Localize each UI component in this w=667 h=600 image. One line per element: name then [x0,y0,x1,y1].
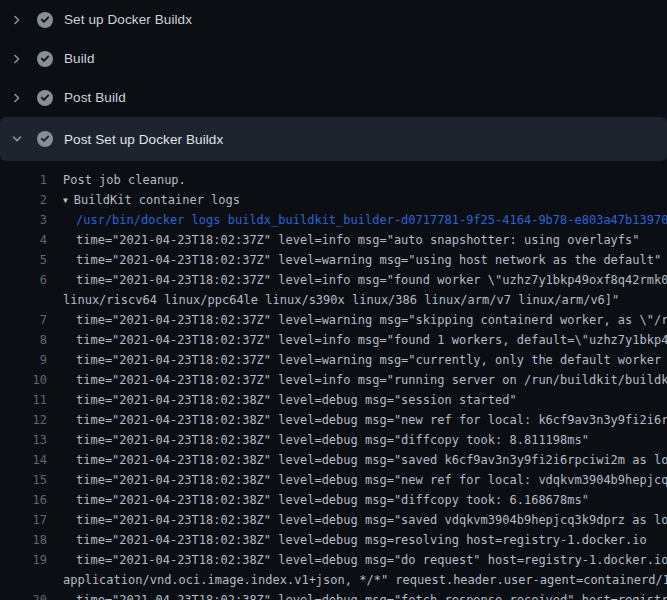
log-line: 17 time="2021-04-23T18:02:38Z" level=deb… [0,510,667,530]
line-number[interactable]: 8 [0,330,47,350]
line-number[interactable]: 15 [0,470,47,490]
log-area: 1 Post job cleanup. 2 ▼BuildKit containe… [0,161,667,600]
line-number[interactable]: 20 [0,590,47,600]
triangle-down-icon[interactable]: ▼ [63,191,68,210]
line-number[interactable]: 3 [0,210,47,230]
line-number[interactable]: 2 [0,190,47,210]
actions-log-viewer: Set up Docker Buildx Build Post Build Po… [0,0,667,600]
line-number[interactable]: 13 [0,430,47,450]
log-text: /usr/bin/docker logs buildx_buildkit_bui… [76,210,667,230]
log-line: 5 time="2021-04-23T18:02:37Z" level=warn… [0,250,667,270]
log-line: 14 time="2021-04-23T18:02:38Z" level=deb… [0,450,667,470]
line-number[interactable]: 6 [0,270,47,290]
line-number[interactable]: 4 [0,230,47,250]
log-text: time="2021-04-23T18:02:38Z" level=debug … [76,490,589,510]
log-line: 7 time="2021-04-23T18:02:37Z" level=warn… [0,310,667,330]
line-number[interactable]: 9 [0,350,47,370]
line-number[interactable]: 18 [0,530,47,550]
log-line: 6 time="2021-04-23T18:02:37Z" level=info… [0,270,667,290]
log-text: time="2021-04-23T18:02:37Z" level=info m… [76,270,667,290]
log-line: 10 time="2021-04-23T18:02:37Z" level=inf… [0,370,667,390]
check-circle-icon [37,51,53,67]
log-line: 3 /usr/bin/docker logs buildx_buildkit_b… [0,210,667,230]
log-text: time="2021-04-23T18:02:38Z" level=debug … [76,510,667,530]
check-circle-icon [37,12,53,28]
log-text: time="2021-04-23T18:02:38Z" level=debug … [76,390,517,410]
log-line: 16 time="2021-04-23T18:02:38Z" level=deb… [0,490,667,510]
log-text: time="2021-04-23T18:02:38Z" level=debug … [76,450,667,470]
step-row[interactable]: Post Build [0,78,667,117]
chevron-right-icon [12,54,22,64]
log-text: time="2021-04-23T18:02:38Z" level=debug … [76,470,667,490]
log-text: time="2021-04-23T18:02:37Z" level=warnin… [76,310,667,330]
log-line: linux/riscv64 linux/ppc64le linux/s390x … [0,290,667,310]
log-line: 18 time="2021-04-23T18:02:38Z" level=deb… [0,530,667,550]
step-row-expanded[interactable]: Post Set up Docker Buildx [0,117,667,161]
log-line: 1 Post job cleanup. [0,170,667,190]
log-text: application/vnd.oci.image.index.v1+json,… [63,570,667,590]
log-text: time="2021-04-23T18:02:38Z" level=debug … [76,410,667,430]
log-text: time="2021-04-23T18:02:37Z" level=info m… [76,330,667,350]
log-text: time="2021-04-23T18:02:37Z" level=warnin… [76,250,661,270]
line-number[interactable]: 7 [0,310,47,330]
log-line: 13 time="2021-04-23T18:02:38Z" level=deb… [0,430,667,450]
log-line: 12 time="2021-04-23T18:02:38Z" level=deb… [0,410,667,430]
step-label: Set up Docker Buildx [64,12,192,27]
log-text: ▼BuildKit container logs [63,190,240,210]
step-row[interactable]: Build [0,39,667,78]
line-number[interactable]: 14 [0,450,47,470]
step-row[interactable]: Set up Docker Buildx [0,0,667,39]
line-number[interactable]: 11 [0,390,47,410]
step-label: Post Build [64,90,126,105]
check-circle-icon [37,131,53,147]
chevron-right-icon [12,93,22,103]
log-text: time="2021-04-23T18:02:38Z" level=debug … [76,530,647,550]
chevron-right-icon [12,15,22,25]
log-text: time="2021-04-23T18:02:37Z" level=info m… [76,230,640,250]
log-line: 8 time="2021-04-23T18:02:37Z" level=info… [0,330,667,350]
line-number[interactable]: 19 [0,550,47,570]
log-line: 9 time="2021-04-23T18:02:37Z" level=warn… [0,350,667,370]
log-line: application/vnd.oci.image.index.v1+json,… [0,570,667,590]
log-line: 20 time="2021-04-23T18:02:38Z" level=deb… [0,590,667,600]
log-line: 4 time="2021-04-23T18:02:37Z" level=info… [0,230,667,250]
chevron-down-icon [12,134,22,144]
log-text: time="2021-04-23T18:02:38Z" level=debug … [76,590,667,600]
check-circle-icon [37,90,53,106]
log-line: 11 time="2021-04-23T18:02:38Z" level=deb… [0,390,667,410]
log-text: linux/riscv64 linux/ppc64le linux/s390x … [63,290,619,310]
log-text: time="2021-04-23T18:02:37Z" level=info m… [76,370,667,390]
line-number[interactable] [0,570,47,590]
log-text: time="2021-04-23T18:02:37Z" level=warnin… [76,350,667,370]
log-group-header[interactable]: 2 ▼BuildKit container logs [0,190,667,210]
line-number[interactable]: 17 [0,510,47,530]
line-number[interactable]: 10 [0,370,47,390]
line-number[interactable] [0,290,47,310]
line-number[interactable]: 16 [0,490,47,510]
log-line: 15 time="2021-04-23T18:02:38Z" level=deb… [0,470,667,490]
log-text: time="2021-04-23T18:02:38Z" level=debug … [76,550,667,570]
step-label: Post Set up Docker Buildx [64,132,223,147]
log-line: 19 time="2021-04-23T18:02:38Z" level=deb… [0,550,667,570]
log-text: time="2021-04-23T18:02:38Z" level=debug … [76,430,589,450]
line-number[interactable]: 5 [0,250,47,270]
line-number[interactable]: 12 [0,410,47,430]
line-number[interactable]: 1 [0,170,47,190]
step-label: Build [64,51,95,66]
log-text: Post job cleanup. [63,170,186,190]
steps-list: Set up Docker Buildx Build Post Build [0,0,667,117]
